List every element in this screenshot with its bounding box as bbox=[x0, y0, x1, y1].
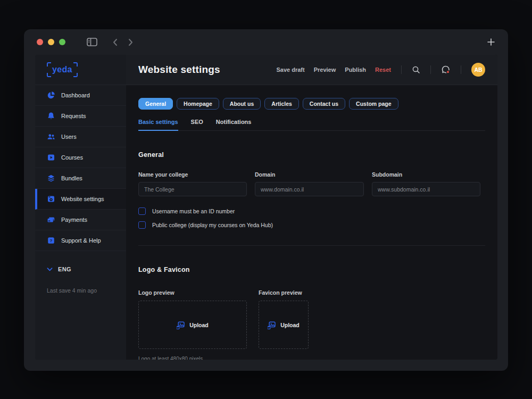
sidebar-item-support-help[interactable]: ? Support & Help bbox=[35, 230, 126, 251]
page-header: Website settings Save draft Preview Publ… bbox=[126, 55, 497, 85]
logo-size-hint: Logo at least 480x80 pixels bbox=[138, 356, 485, 360]
username-id-checkbox-label: Username must be an ID number bbox=[152, 208, 235, 214]
bundles-icon bbox=[47, 174, 55, 182]
logo-corner bbox=[47, 73, 51, 77]
sidebar-item-bundles[interactable]: Bundles bbox=[35, 168, 126, 189]
notification-dot bbox=[446, 71, 449, 73]
plus-icon[interactable] bbox=[487, 38, 495, 46]
sidebar-item-dashboard[interactable]: Dashboard bbox=[35, 85, 126, 106]
sidebar-item-label: Courses bbox=[61, 154, 83, 161]
users-icon bbox=[47, 132, 55, 141]
minimize-icon[interactable] bbox=[48, 39, 54, 45]
subdomain-label: Subdomain bbox=[372, 171, 480, 178]
logo-preview-label: Logo preview bbox=[138, 289, 247, 296]
subtab-basic-settings[interactable]: Basic settings bbox=[138, 119, 178, 131]
sidebar-item-users[interactable]: Users bbox=[35, 127, 126, 147]
general-section-heading: General bbox=[138, 151, 485, 159]
traffic-lights bbox=[37, 39, 65, 45]
sidebar-item-label: Dashboard bbox=[61, 92, 90, 98]
reset-button[interactable]: Reset bbox=[375, 66, 391, 73]
subtab-seo[interactable]: SEO bbox=[191, 119, 203, 131]
publish-button[interactable]: Publish bbox=[345, 66, 366, 73]
chevron-left-icon[interactable] bbox=[112, 38, 118, 46]
subtab-notifications[interactable]: Notifications bbox=[216, 119, 252, 131]
save-draft-button[interactable]: Save draft bbox=[277, 66, 305, 73]
sidebar-item-payments[interactable]: Payments bbox=[35, 210, 126, 230]
subdomain-input[interactable] bbox=[372, 182, 480, 196]
public-college-checkbox-row[interactable]: Public college (display my courses on Ye… bbox=[138, 221, 485, 229]
logo-corner bbox=[73, 73, 78, 77]
page-tabs: General Homepage About us Articles Conta… bbox=[138, 98, 485, 110]
tab-custom-page[interactable]: Custom page bbox=[349, 98, 398, 110]
college-name-input[interactable] bbox=[138, 182, 247, 196]
search-icon[interactable] bbox=[412, 65, 420, 74]
favicon-upload-dropzone[interactable]: Upload bbox=[259, 301, 309, 349]
public-college-checkbox-label: Public college (display my courses on Ye… bbox=[152, 222, 273, 228]
sidebar-item-label: Website settings bbox=[61, 196, 104, 202]
sidebar-item-label: Users bbox=[61, 134, 77, 140]
username-id-checkbox-row[interactable]: Username must be an ID number bbox=[138, 207, 485, 215]
logo-upload-dropzone[interactable]: Upload bbox=[138, 301, 247, 349]
tab-articles[interactable]: Articles bbox=[264, 98, 299, 110]
public-college-checkbox[interactable] bbox=[138, 221, 146, 229]
sidebar-item-courses[interactable]: Courses bbox=[35, 147, 126, 168]
username-id-checkbox[interactable] bbox=[138, 207, 146, 215]
main-panel: Website settings Save draft Preview Publ… bbox=[126, 55, 497, 360]
sidebar-item-label: Requests bbox=[61, 113, 86, 119]
language-selector[interactable]: ENG bbox=[35, 266, 126, 272]
divider bbox=[401, 65, 402, 74]
logo-corner bbox=[47, 62, 51, 66]
bell-icon bbox=[47, 112, 55, 120]
sidebar-item-requests[interactable]: Requests bbox=[35, 106, 126, 127]
section-divider bbox=[138, 245, 485, 246]
courses-icon bbox=[47, 153, 55, 162]
college-name-label: Name your college bbox=[138, 171, 247, 178]
dashboard-icon bbox=[47, 91, 55, 99]
domain-label: Domain bbox=[255, 171, 364, 178]
language-label: ENG bbox=[58, 266, 71, 272]
close-icon[interactable] bbox=[37, 39, 43, 45]
favicon-preview-label: Favicon preview bbox=[259, 289, 309, 296]
divider bbox=[461, 65, 461, 74]
maximize-icon[interactable] bbox=[59, 39, 65, 45]
website-settings-icon bbox=[47, 195, 55, 203]
sidebar: yeda Dashboard Requests bbox=[35, 55, 126, 360]
domain-input[interactable] bbox=[255, 182, 364, 196]
sidebar-item-label: Payments bbox=[61, 217, 87, 223]
sidebar-nav: Dashboard Requests Users bbox=[35, 85, 126, 251]
upload-image-icon bbox=[177, 321, 185, 329]
sidebar-item-label: Bundles bbox=[61, 175, 82, 181]
avatar[interactable]: AB bbox=[471, 63, 485, 77]
divider bbox=[430, 65, 431, 74]
chat-icon[interactable] bbox=[441, 65, 451, 74]
logo-text: yeda bbox=[52, 65, 72, 74]
sub-tabs: Basic settings SEO Notifications bbox=[138, 119, 485, 131]
logo-upload-label: Upload bbox=[189, 322, 209, 328]
upload-image-icon bbox=[268, 321, 276, 329]
window-chrome bbox=[24, 29, 508, 55]
tab-general[interactable]: General bbox=[138, 98, 173, 110]
tab-homepage[interactable]: Homepage bbox=[177, 98, 219, 110]
sidebar-item-website-settings[interactable]: Website settings bbox=[35, 189, 126, 210]
page-title: Website settings bbox=[138, 64, 220, 76]
sidebar-toggle-icon[interactable] bbox=[87, 38, 97, 46]
chevron-down-icon bbox=[47, 268, 53, 271]
general-fields: Name your college Domain Subdomain bbox=[138, 171, 485, 196]
chevron-right-icon[interactable] bbox=[128, 38, 134, 46]
sidebar-item-label: Support & Help bbox=[61, 237, 101, 244]
yeda-logo[interactable]: yeda bbox=[47, 62, 78, 77]
logo-corner bbox=[73, 62, 78, 66]
payments-icon bbox=[47, 215, 55, 224]
tab-contact-us[interactable]: Contact us bbox=[303, 98, 345, 110]
favicon-upload-label: Upload bbox=[280, 322, 300, 328]
help-icon: ? bbox=[47, 236, 55, 245]
app-window: yeda Dashboard Requests bbox=[24, 29, 508, 371]
svg-text:?: ? bbox=[50, 238, 53, 243]
general-checkboxes: Username must be an ID number Public col… bbox=[138, 207, 485, 229]
preview-button[interactable]: Preview bbox=[314, 66, 336, 73]
last-save-status: Last save 4 min ago bbox=[35, 287, 126, 294]
logo-favicon-heading: Logo & Favicon bbox=[138, 266, 485, 273]
tab-about-us[interactable]: About us bbox=[223, 98, 261, 110]
settings-content: General Homepage About us Articles Conta… bbox=[126, 85, 497, 360]
